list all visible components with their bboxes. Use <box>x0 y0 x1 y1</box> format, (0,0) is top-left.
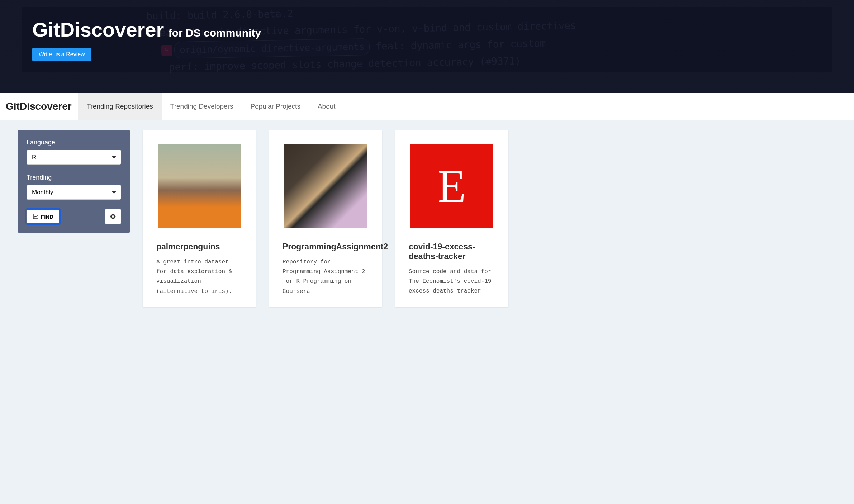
gear-icon <box>110 214 116 219</box>
settings-button[interactable] <box>105 209 121 224</box>
repo-description: Repository for Programming Assignment 2 … <box>283 257 369 296</box>
repo-cards: palmerpenguins A great intro dataset for… <box>143 130 836 307</box>
chart-icon <box>33 214 39 219</box>
nav-trending-repositories[interactable]: Trending Repositories <box>78 93 162 120</box>
hero-banner: build: build 2.6.0-beta.2 feat: dynamic … <box>0 0 854 93</box>
repo-description: Source code and data for The Economist's… <box>409 267 495 296</box>
repo-name: palmerpenguins <box>156 242 242 252</box>
repo-name: covid-19-excess-deaths-tracker <box>409 242 495 261</box>
nav-brand[interactable]: GitDiscoverer <box>4 101 78 112</box>
language-label: Language <box>27 139 121 146</box>
trending-label: Trending <box>27 174 121 181</box>
nav-about[interactable]: About <box>309 93 344 120</box>
hero-subtitle: for DS community <box>169 27 261 39</box>
nav-trending-developers[interactable]: Trending Developers <box>162 93 242 120</box>
find-button[interactable]: FIND <box>27 209 60 224</box>
repo-avatar <box>284 144 367 228</box>
repo-name: ProgrammingAssignment2 <box>283 242 369 252</box>
repo-avatar <box>158 144 241 228</box>
svg-point-0 <box>112 216 114 218</box>
language-select[interactable]: R <box>27 150 121 165</box>
hero-title: GitDiscoverer <box>32 18 164 41</box>
hero-content-box: GitDiscoverer for DS community Write us … <box>22 7 832 72</box>
nav-popular-projects[interactable]: Popular Projects <box>242 93 309 120</box>
write-review-button[interactable]: Write us a Review <box>32 48 91 61</box>
repo-avatar: E <box>410 144 493 228</box>
repo-card[interactable]: ProgrammingAssignment2 Repository for Pr… <box>269 130 382 307</box>
repo-card[interactable]: palmerpenguins A great intro dataset for… <box>143 130 256 307</box>
repo-card[interactable]: E covid-19-excess-deaths-tracker Source … <box>395 130 508 307</box>
repo-description: A great intro dataset for data explorati… <box>156 257 242 296</box>
main-content: Language R Trending Monthly FIND <box>0 120 854 317</box>
navbar: GitDiscoverer Trending Repositories Tren… <box>0 93 854 120</box>
trending-select[interactable]: Monthly <box>27 185 121 200</box>
filter-sidebar: Language R Trending Monthly FIND <box>18 130 130 233</box>
